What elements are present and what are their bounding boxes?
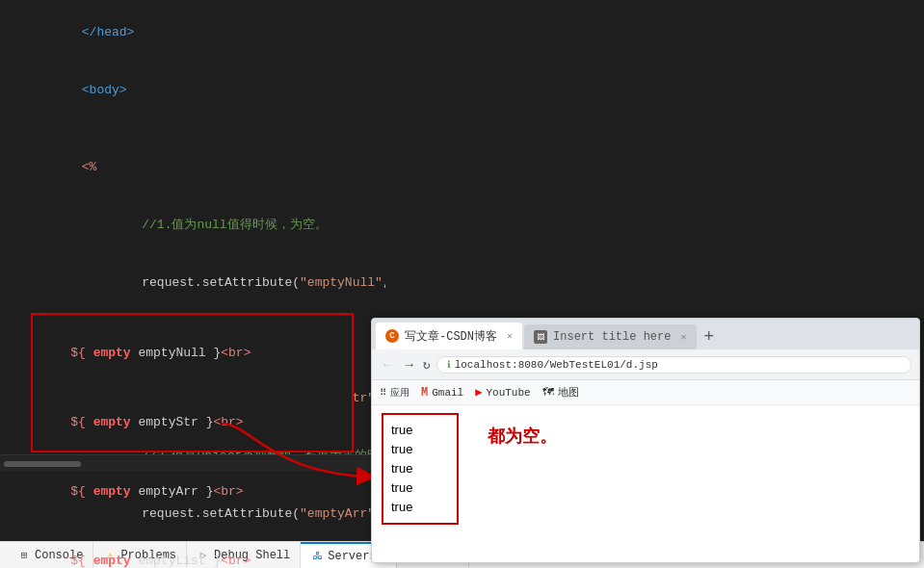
bookmark-gmail[interactable]: M Gmail <box>421 386 463 400</box>
csdn-icon: C <box>385 329 399 343</box>
code-line-2: <body> <box>37 62 378 119</box>
var-2: emptyStr } <box>131 415 214 429</box>
empty-kw-1: empty <box>93 346 131 360</box>
dollar-1: ${ <box>70 346 92 360</box>
bookmark-youtube[interactable]: ▶ YouTube <box>475 385 530 400</box>
tag-body-open: <body> <box>82 83 127 97</box>
youtube-icon: ▶ <box>475 385 482 400</box>
browser-true-box: true true true true true <box>382 413 459 525</box>
true-line-3: true <box>391 459 449 478</box>
browser-bookmarks: ⠿ 应用 M Gmail ▶ YouTube 🗺 地图 <box>372 380 919 405</box>
empty-kw-2: empty <box>93 415 131 429</box>
str-emptyNull: "emptyNull" <box>300 275 383 290</box>
br-tag-3: <br> <box>213 484 243 499</box>
var-4: emptyList } <box>131 554 222 568</box>
empty-kw-3: empty <box>93 484 131 499</box>
code-line-1: </head> <box>37 4 378 62</box>
tab-close-insert[interactable]: ✕ <box>680 331 686 343</box>
tag-head-close: </head> <box>82 25 135 39</box>
back-button[interactable]: ← <box>380 357 395 373</box>
bookmark-apps[interactable]: ⠿ 应用 <box>380 386 409 400</box>
console-icon: ⊞ <box>17 549 31 562</box>
dollar-3: ${ <box>70 484 92 499</box>
browser-chinese-label: 都为空。 <box>488 425 557 448</box>
address-text: localhost:8080/WebTestEL01/d.jsp <box>455 359 658 371</box>
jsp-line-3: ${ empty emptyArr }<br> <box>40 457 344 527</box>
refresh-button[interactable]: ↻ <box>423 357 431 373</box>
br-tag-2: <br> <box>213 415 243 429</box>
apps-grid-icon: ⠿ <box>380 387 386 399</box>
var-1: emptyNull } <box>131 346 222 360</box>
comma-5: , null); <box>383 275 385 290</box>
true-line-4: true <box>391 478 449 498</box>
browser-tabs[interactable]: C 写文章-CSDN博客 ✕ 🖼 Insert title here ✕ + <box>372 319 919 349</box>
indent-5: request.setAttribute( <box>82 275 300 290</box>
jsp-line-4: ${ empty emptyList }<br> <box>40 527 344 568</box>
true-line-2: true <box>391 440 449 459</box>
bookmark-maps-label: 地图 <box>558 385 579 400</box>
bookmark-maps[interactable]: 🗺 地图 <box>542 385 579 400</box>
code-line-5: request.setAttribute("emptyNull", null); <box>37 254 378 312</box>
tab-label-csdn: 写文章-CSDN博客 <box>405 328 497 345</box>
jsp-output-box: ${ empty emptyNull }<br> ${ empty emptyS… <box>31 313 354 452</box>
true-line-5: true <box>391 498 449 517</box>
bookmark-youtube-label: YouTube <box>486 387 530 399</box>
var-3: emptyArr } <box>131 484 214 499</box>
br-tag-1: <br> <box>221 346 251 360</box>
br-tag-4: <br> <box>221 554 251 568</box>
indent-3 <box>82 141 112 155</box>
dollar-4: ${ <box>70 554 92 568</box>
browser-toolbar: ← → ↻ ℹ localhost:8080/WebTestEL01/d.jsp <box>372 349 919 380</box>
dollar-2: ${ <box>70 415 92 429</box>
comment-1: //1.值为null值得时候，为空。 <box>82 218 328 232</box>
tab-inactive-insert[interactable]: 🖼 Insert title here ✕ <box>524 324 696 349</box>
insert-icon: 🖼 <box>534 330 547 344</box>
address-bar[interactable]: ℹ localhost:8080/WebTestEL01/d.jsp <box>436 356 911 374</box>
bookmark-apps-label: 应用 <box>390 386 409 400</box>
code-line-3: <% <box>37 119 378 196</box>
tab-active-csdn[interactable]: C 写文章-CSDN博客 ✕ <box>376 323 522 349</box>
browser-content: true true true true true 都为空。 <box>372 405 919 531</box>
tab-close-csdn[interactable]: ✕ <box>507 330 513 342</box>
tab-label-insert: Insert title here <box>553 330 671 344</box>
lock-icon: ℹ <box>447 359 451 371</box>
gmail-icon: M <box>421 386 428 400</box>
browser-window: C 写文章-CSDN博客 ✕ 🖼 Insert title here ✕ + ←… <box>371 318 920 563</box>
new-tab-button[interactable]: + <box>699 327 721 345</box>
jsp-line-1: ${ empty emptyNull }<br> <box>40 319 344 388</box>
code-line-4: //1.值为null值得时候，为空。 <box>37 196 378 254</box>
jsp-line-2: ${ empty emptyStr }<br> <box>40 388 344 457</box>
empty-kw-4: empty <box>93 554 131 568</box>
bookmark-gmail-label: Gmail <box>432 387 463 399</box>
true-line-1: true <box>391 421 449 440</box>
jsp-open: <% <box>82 160 97 174</box>
forward-button[interactable]: → <box>401 357 416 373</box>
maps-icon: 🗺 <box>542 385 554 400</box>
